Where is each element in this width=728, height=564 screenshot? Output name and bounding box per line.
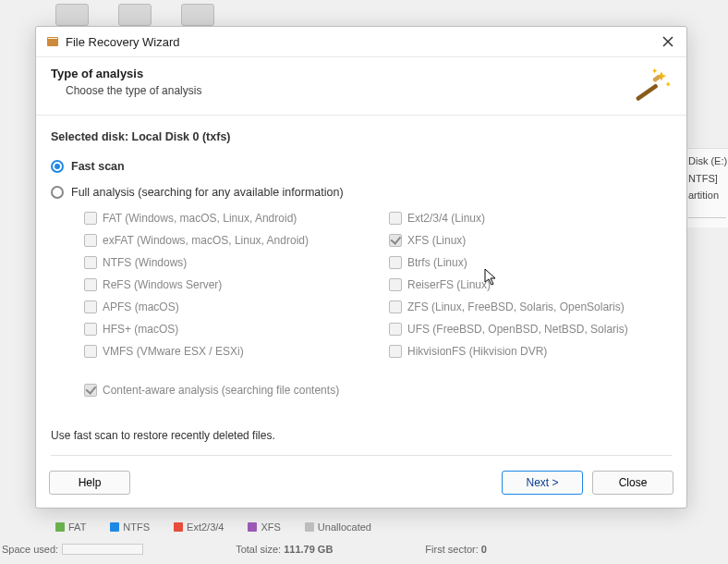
fs-label: NTFS (Windows) [103, 256, 187, 269]
background-legend: FAT NTFS Ext2/3/4 XFS Unallocated [13, 521, 371, 533]
header-title: Type of analysis [51, 67, 201, 80]
filesystem-checklist: FAT (Windows, macOS, Linux, Android) exF… [84, 212, 672, 358]
fs-check-ntfs[interactable]: NTFS (Windows) [84, 256, 367, 269]
fs-label: UFS (FreeBSD, OpenBSD, NetBSD, Solaris) [407, 323, 628, 336]
checkbox-icon [389, 323, 402, 336]
content-aware-checkbox[interactable]: Content-aware analysis (searching file c… [84, 384, 672, 397]
fs-check-hikvisionfs[interactable]: HikvisionFS (Hikvision DVR) [389, 345, 672, 358]
fs-check-apfs[interactable]: APFS (macOS) [84, 300, 367, 313]
selected-disk-label: Selected disk: Local Disk 0 (txfs) [51, 130, 672, 143]
fs-label: HikvisionFS (Hikvision DVR) [407, 345, 547, 358]
checkbox-icon [84, 345, 97, 358]
app-icon [45, 34, 60, 49]
fs-label: VMFS (VMware ESX / ESXi) [103, 345, 244, 358]
fs-check-exfat[interactable]: exFAT (Windows, macOS, Linux, Android) [84, 234, 367, 247]
checkbox-icon [389, 300, 402, 313]
fs-check-hfsplus[interactable]: HFS+ (macOS) [84, 323, 367, 336]
content-aware-label: Content-aware analysis (searching file c… [103, 384, 339, 397]
dialog-title: File Recovery Wizard [66, 35, 180, 49]
checkbox-icon [84, 278, 97, 291]
checkbox-icon [84, 323, 97, 336]
footer-note: Use fast scan to restore recently delete… [51, 429, 672, 442]
total-size-value: 111.79 GB [284, 544, 333, 555]
fs-check-refs[interactable]: ReFS (Windows Server) [84, 278, 367, 291]
fs-check-btrfs[interactable]: Btrfs (Linux) [389, 256, 672, 269]
next-button[interactable]: Next > [502, 471, 583, 495]
progress-bar [62, 544, 143, 555]
fs-check-ext[interactable]: Ext2/3/4 (Linux) [389, 212, 672, 225]
space-used-label: Space used: [2, 544, 58, 555]
checkbox-checked-icon [84, 384, 97, 397]
help-button[interactable]: Help [49, 471, 130, 495]
checkbox-icon [84, 212, 97, 225]
fs-check-xfs[interactable]: XFS (Linux) [389, 234, 672, 247]
header-subtitle: Choose the type of analysis [66, 84, 201, 97]
fs-label: ReiserFS (Linux) [407, 278, 491, 291]
fs-label: Ext2/3/4 (Linux) [407, 212, 485, 225]
background-right-panel: Disk (E:) NTFS] artition [684, 148, 728, 227]
fs-check-ufs[interactable]: UFS (FreeBSD, OpenBSD, NetBSD, Solaris) [389, 323, 672, 336]
radio-empty-icon [51, 186, 64, 199]
checkbox-icon [84, 256, 97, 269]
fs-label: exFAT (Windows, macOS, Linux, Android) [103, 234, 309, 247]
svg-marker-3 [665, 81, 670, 86]
fs-check-zfs[interactable]: ZFS (Linux, FreeBSD, Solaris, OpenSolari… [389, 300, 672, 313]
checkbox-icon [84, 234, 97, 247]
total-size-label: Total size: [236, 544, 281, 555]
separator [51, 455, 672, 456]
checkbox-icon [389, 256, 402, 269]
titlebar: File Recovery Wizard [36, 27, 686, 57]
checkbox-icon [84, 300, 97, 313]
first-sector-value: 0 [481, 544, 487, 555]
svg-rect-5 [636, 83, 659, 101]
dialog-content: Selected disk: Local Disk 0 (txfs) Fast … [36, 116, 686, 471]
fs-check-vmfs[interactable]: VMFS (VMware ESX / ESXi) [84, 345, 367, 358]
fs-label: APFS (macOS) [103, 300, 179, 313]
radio-checked-icon [51, 160, 64, 173]
fast-scan-radio[interactable]: Fast scan [51, 160, 672, 173]
first-sector-label: First sector: [425, 544, 478, 555]
fs-label: FAT (Windows, macOS, Linux, Android) [103, 212, 297, 225]
checkbox-icon [389, 278, 402, 291]
fs-check-reiserfs[interactable]: ReiserFS (Linux) [389, 278, 672, 291]
fs-label: XFS (Linux) [407, 234, 466, 247]
close-button[interactable]: Close [592, 471, 673, 495]
background-stats: Space used: Total size: 111.79 GB First … [0, 544, 728, 555]
checkbox-icon [389, 212, 402, 225]
full-analysis-radio[interactable]: Full analysis (searching for any availab… [51, 186, 672, 199]
svg-marker-4 [652, 68, 657, 73]
dialog-header: Type of analysis Choose the type of anal… [36, 57, 686, 116]
fs-check-fat[interactable]: FAT (Windows, macOS, Linux, Android) [84, 212, 367, 225]
fast-scan-label: Fast scan [71, 160, 125, 173]
dialog-buttons: Help Next > Close [36, 471, 686, 508]
background-disk-icons [55, 4, 214, 26]
close-icon[interactable] [659, 32, 677, 51]
fs-label: HFS+ (macOS) [103, 323, 178, 336]
svg-rect-1 [48, 38, 57, 39]
fs-label: ZFS (Linux, FreeBSD, Solaris, OpenSolari… [407, 300, 625, 313]
fs-label: Btrfs (Linux) [407, 256, 467, 269]
wand-icon [631, 67, 672, 104]
fs-label: ReFS (Windows Server) [103, 278, 222, 291]
full-analysis-label: Full analysis (searching for any availab… [71, 186, 344, 199]
checkbox-checked-icon [389, 234, 402, 247]
checkbox-icon [389, 345, 402, 358]
file-recovery-wizard-dialog: File Recovery Wizard Type of analysis Ch… [35, 26, 687, 509]
